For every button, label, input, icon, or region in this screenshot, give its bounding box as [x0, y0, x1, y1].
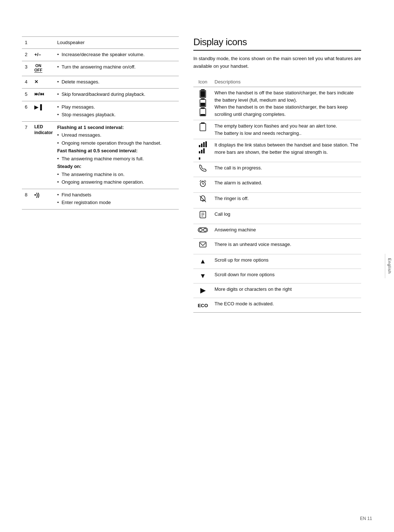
- list-item: Stop messages playback.: [57, 111, 176, 118]
- col-header-icon: Icon: [193, 77, 212, 87]
- table-row: Call log: [193, 208, 361, 224]
- table-row: 7 LEDindicator Flashing at 1 second inte…: [22, 121, 179, 189]
- table-row: There is an unheard voice message.: [193, 239, 361, 254]
- page-footer: EN 11: [360, 516, 372, 521]
- row-icon: ON OFF: [31, 61, 56, 76]
- svg-rect-12: [201, 144, 202, 147]
- row-description: Delete messages.: [56, 76, 179, 89]
- section-label: Flashing at 1 second interval:: [57, 125, 124, 130]
- list-item: Skip forward/backward during playback.: [57, 91, 176, 98]
- icon-scroll-up-desc: Scroll up for more options: [212, 254, 361, 269]
- icon-answering-machine: [193, 224, 212, 239]
- call-log-icon: [199, 211, 207, 219]
- icon-voicemail-desc: There is an unheard voice message.: [212, 239, 361, 254]
- svg-point-33: [204, 228, 206, 231]
- svg-rect-8: [201, 114, 205, 116]
- section-label: Fast flashing at 0.5 second interval:: [57, 148, 138, 153]
- section-label: Steady on:: [57, 164, 81, 169]
- row-icon: ✕: [31, 76, 56, 89]
- intro-text: In standby mode, the icons shown on the …: [193, 55, 361, 70]
- icon-battery-stack-desc: When the handset is off the base station…: [212, 87, 361, 120]
- row-icon: +/–: [31, 48, 56, 61]
- icon-battery-stack: [193, 87, 212, 120]
- icon-call-desc: The call is in progress.: [212, 162, 361, 177]
- list-item: The answering machine is on.: [57, 171, 176, 178]
- row-number: 5: [22, 89, 31, 101]
- icon-more-right-desc: More digits or characters on the right: [212, 283, 361, 298]
- table-row: ▲ Scroll up for more options: [193, 254, 361, 269]
- scroll-down-arrow-icon: ▼: [200, 272, 206, 279]
- features-table: 1 Loudspeaker 2 +/– Increase/decrease th…: [22, 36, 179, 210]
- svg-rect-35: [200, 242, 206, 247]
- svg-line-22: [200, 180, 201, 181]
- svg-line-23: [205, 180, 206, 181]
- row-description: Flashing at 1 second interval: Unread me…: [56, 121, 179, 189]
- icon-ringer-off: [193, 193, 212, 208]
- list-item: Turn the answering machine on/off.: [57, 63, 176, 71]
- icon-signal-desc: It displays the link status between the …: [212, 139, 361, 162]
- svg-rect-16: [201, 150, 202, 153]
- section-title: Display icons: [193, 36, 361, 51]
- left-column: 1 Loudspeaker 2 +/– Increase/decrease th…: [22, 36, 179, 496]
- table-row: 8 •)) Find handsets Enter registration m…: [22, 189, 179, 209]
- phone-call-icon: [199, 164, 206, 172]
- more-right-arrow-icon: ▶: [200, 287, 205, 294]
- col-header-descriptions: Descriptions: [212, 77, 361, 87]
- row-description: Loudspeaker: [56, 37, 179, 49]
- list-item: Ongoing answering machine operation.: [57, 179, 176, 186]
- svg-rect-14: [205, 141, 207, 147]
- icon-call-log-desc: Call log: [212, 208, 361, 224]
- table-row: ▼ Scroll down for more options: [193, 269, 361, 283]
- voicemail-icon: [199, 241, 207, 249]
- answering-machine-icon: [198, 227, 208, 233]
- list-item: Increase/decrease the speaker volume.: [57, 51, 176, 58]
- icon-alarm: [193, 177, 212, 193]
- list-item: Delete messages.: [57, 78, 176, 86]
- table-row: The alarm is activated.: [193, 177, 361, 193]
- table-row: The empty battery icon flashes and you h…: [193, 120, 361, 139]
- table-row: The ringer is off.: [193, 193, 361, 208]
- icon-call-progress: [193, 162, 212, 177]
- svg-rect-13: [203, 142, 205, 147]
- signal-stack-icons: [196, 141, 210, 160]
- row-number: 3: [22, 61, 31, 76]
- svg-rect-5: [201, 103, 205, 106]
- row-description: Find handsets Enter registration mode: [56, 189, 179, 209]
- row-number: 7: [22, 121, 31, 189]
- row-description: Skip forward/backward during playback.: [56, 89, 179, 101]
- ringer-off-icon: [199, 195, 207, 203]
- row-description: Turn the answering machine on/off.: [56, 61, 179, 76]
- row-number: 1: [22, 37, 31, 49]
- icon-signal: [193, 139, 212, 162]
- signal-low-icon: [199, 154, 207, 160]
- svg-point-32: [199, 228, 202, 231]
- row-icon: ▶▐: [31, 101, 56, 121]
- icon-call-log: [193, 208, 212, 224]
- row-icon: LEDindicator: [31, 121, 56, 189]
- table-row: It displays the link status between the …: [193, 139, 361, 162]
- icon-battery-empty-desc: The empty battery icon flashes and you h…: [212, 120, 361, 139]
- list-item: The answering machine memory is full.: [57, 155, 176, 163]
- battery-full-icon: [200, 89, 206, 98]
- icon-battery-empty: [193, 120, 212, 139]
- battery-empty-icon: [200, 122, 206, 131]
- icon-scroll-down-desc: Scroll down for more options: [212, 269, 361, 283]
- icon-scroll-down: ▼: [193, 269, 212, 283]
- table-row: 1 Loudspeaker: [22, 37, 179, 49]
- page: English 1 Loudspeaker 2 +/–: [0, 0, 394, 532]
- scroll-up-arrow-icon: ▲: [200, 258, 206, 265]
- icon-eco-desc: The ECO mode is activated.: [212, 298, 361, 313]
- row-number: 6: [22, 101, 31, 121]
- battery-medium-icon: [200, 98, 206, 107]
- svg-rect-18: [199, 157, 200, 160]
- display-icons-table: Icon Descriptions: [193, 77, 361, 313]
- on-off-icon: ON OFF: [34, 63, 42, 73]
- row-icon: [31, 37, 56, 49]
- list-item: Find handsets: [57, 191, 176, 199]
- icon-alarm-desc: The alarm is activated.: [212, 177, 361, 193]
- icon-scroll-up: ▲: [193, 254, 212, 269]
- signal-full-icon: [199, 141, 207, 147]
- table-row: 2 +/– Increase/decrease the speaker volu…: [22, 48, 179, 61]
- right-column: Display icons In standby mode, the icons…: [193, 36, 372, 496]
- svg-rect-17: [203, 148, 205, 153]
